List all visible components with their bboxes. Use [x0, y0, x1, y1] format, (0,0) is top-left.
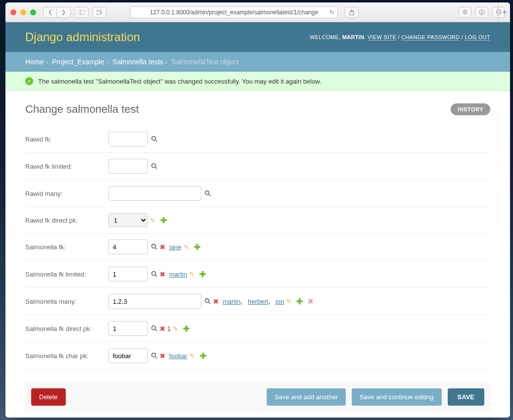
- svg-point-21: [205, 299, 209, 303]
- field-rawid-many: Rawid many:: [25, 180, 490, 207]
- address-text: 127.0.0.1:8000/admin/project_example/sal…: [150, 9, 318, 16]
- django-header: Django administration WELCOME, MARTIN. V…: [5, 22, 510, 52]
- history-button[interactable]: HISTORY: [451, 103, 490, 115]
- related-link[interactable]: martin: [223, 298, 240, 305]
- change-password-link[interactable]: CHANGE PASSWORD: [401, 34, 460, 41]
- page-title: Change salmonella test: [25, 103, 139, 116]
- svg-point-25: [152, 353, 156, 357]
- label-salmonella-fk-char-pk: Salmonella fk char pk:: [25, 352, 108, 360]
- svg-rect-0: [79, 10, 85, 15]
- save-add-another-button[interactable]: Save and add another: [267, 388, 346, 406]
- lookup-icon[interactable]: [204, 190, 211, 197]
- field-rawid-fk-limited: Rawid fk limited:: [25, 153, 490, 180]
- edit-icon[interactable]: ✎: [286, 298, 291, 305]
- lookup-icon[interactable]: [151, 271, 158, 278]
- add-icon[interactable]: ✚: [183, 324, 189, 333]
- username: MARTIN: [342, 34, 365, 40]
- edit-icon[interactable]: ✎: [189, 271, 194, 278]
- input-rawid-fk-limited[interactable]: [108, 159, 148, 174]
- input-salmonella-fk[interactable]: [108, 239, 148, 254]
- breadcrumb-home[interactable]: Home: [25, 58, 44, 66]
- svg-point-17: [152, 244, 156, 248]
- save-continue-button[interactable]: Save and continue editing: [352, 388, 442, 406]
- related-link[interactable]: jon: [276, 298, 284, 305]
- close-window-icon[interactable]: [10, 9, 16, 15]
- input-salmonella-fk-direct-pk[interactable]: [108, 321, 148, 336]
- window-controls: [10, 9, 36, 15]
- related-link[interactable]: jane: [169, 243, 182, 251]
- lookup-icon[interactable]: [151, 352, 158, 359]
- edit-icon[interactable]: ✎: [184, 243, 189, 251]
- label-rawid-many: Rawid many:: [25, 190, 108, 197]
- welcome-text: WELCOME,: [310, 34, 342, 40]
- lookup-icon[interactable]: [151, 136, 158, 142]
- related-link[interactable]: foobar: [169, 352, 187, 360]
- view-site-link[interactable]: VIEW SITE: [368, 34, 396, 41]
- clear-icon[interactable]: ✖: [213, 298, 219, 305]
- breadcrumb: Home› Project_Example› Salmonella tests›…: [5, 52, 510, 72]
- field-salmonella-fk-direct-pk: Salmonella fk direct pk: ✖ 1 ✎ ✚: [25, 315, 490, 342]
- minimize-window-icon[interactable]: [20, 9, 26, 15]
- browser-window: ❮ ❯ 127.0.0.1:8000/admin/project_example…: [5, 2, 510, 418]
- label-salmonella-fk: Salmonella fk:: [25, 243, 108, 251]
- clear-icon[interactable]: ✖: [160, 352, 165, 360]
- edit-icon[interactable]: ✎: [173, 325, 178, 332]
- edit-icon[interactable]: ✎: [189, 352, 195, 360]
- lookup-icon[interactable]: [151, 243, 158, 250]
- svg-line-22: [209, 302, 211, 304]
- related-link[interactable]: herbert: [248, 298, 268, 305]
- add-icon[interactable]: ✚: [200, 351, 206, 361]
- select-rawid-fk-direct-pk[interactable]: 1: [108, 213, 148, 227]
- label-rawid-fk: Rawid fk:: [25, 136, 108, 143]
- input-salmonella-fk-char-pk[interactable]: [108, 348, 148, 363]
- share-button[interactable]: [345, 7, 359, 18]
- input-rawid-fk[interactable]: [108, 132, 148, 146]
- site-title[interactable]: Django administration: [25, 30, 140, 44]
- add-icon[interactable]: ✚: [296, 297, 303, 306]
- logout-link[interactable]: LOG OUT: [465, 34, 490, 41]
- lookup-icon[interactable]: [151, 163, 158, 170]
- label-salmonella-many: Salmonella many:: [25, 298, 108, 305]
- input-rawid-many[interactable]: [108, 186, 201, 201]
- svg-point-11: [152, 137, 156, 140]
- svg-line-16: [209, 194, 211, 196]
- back-button[interactable]: ❮: [43, 7, 57, 18]
- tabs-button[interactable]: [93, 7, 106, 18]
- field-salmonella-fk-char-pk: Salmonella fk char pk: ✖ foobar ✎ ✚: [25, 342, 490, 370]
- delete-button[interactable]: Delete: [31, 388, 66, 406]
- field-salmonella-fk-limited: Salmonella fk limited: ✖ martin ✎ ✚: [25, 261, 490, 288]
- new-tab-button[interactable]: +: [498, 2, 510, 22]
- lookup-icon[interactable]: [151, 325, 158, 332]
- clear-icon[interactable]: ✖: [160, 243, 165, 251]
- save-button[interactable]: SAVE: [448, 388, 484, 406]
- add-icon[interactable]: ✚: [160, 216, 167, 225]
- svg-line-20: [155, 275, 157, 277]
- svg-line-26: [155, 357, 157, 359]
- svg-line-14: [155, 167, 157, 169]
- svg-point-13: [152, 164, 156, 168]
- check-icon: ✓: [25, 77, 33, 85]
- input-salmonella-fk-limited[interactable]: [108, 267, 148, 281]
- sidebar-toggle-button[interactable]: [75, 7, 89, 18]
- related-link[interactable]: martin: [169, 271, 187, 278]
- label-rawid-fk-direct-pk: Rawid fk direct pk:: [25, 217, 108, 224]
- downloads-icon[interactable]: [459, 7, 471, 18]
- add-icon[interactable]: ✚: [194, 242, 200, 252]
- breadcrumb-app[interactable]: Project_Example: [52, 58, 104, 66]
- input-salmonella-many[interactable]: [108, 294, 201, 309]
- reload-icon[interactable]: ↻: [329, 9, 334, 16]
- breadcrumb-model[interactable]: Salmonella tests: [112, 58, 163, 66]
- address-bar[interactable]: 127.0.0.1:8000/admin/project_example/sal…: [130, 6, 338, 18]
- forward-button[interactable]: ❯: [57, 7, 71, 18]
- info-icon[interactable]: [475, 7, 488, 18]
- field-rawid-fk-direct-pk: Rawid fk direct pk: 1 ✎ ✚: [25, 207, 490, 233]
- add-icon[interactable]: ✚: [199, 270, 206, 279]
- edit-icon[interactable]: ✎: [150, 217, 155, 224]
- svg-point-19: [152, 272, 156, 276]
- clear-icon[interactable]: ✖: [160, 325, 165, 332]
- lookup-icon[interactable]: [204, 298, 211, 305]
- remove-icon[interactable]: ✖: [308, 297, 314, 305]
- maximize-window-icon[interactable]: [30, 9, 36, 15]
- clear-icon[interactable]: ✖: [160, 271, 165, 278]
- related-pk[interactable]: 1: [167, 325, 171, 332]
